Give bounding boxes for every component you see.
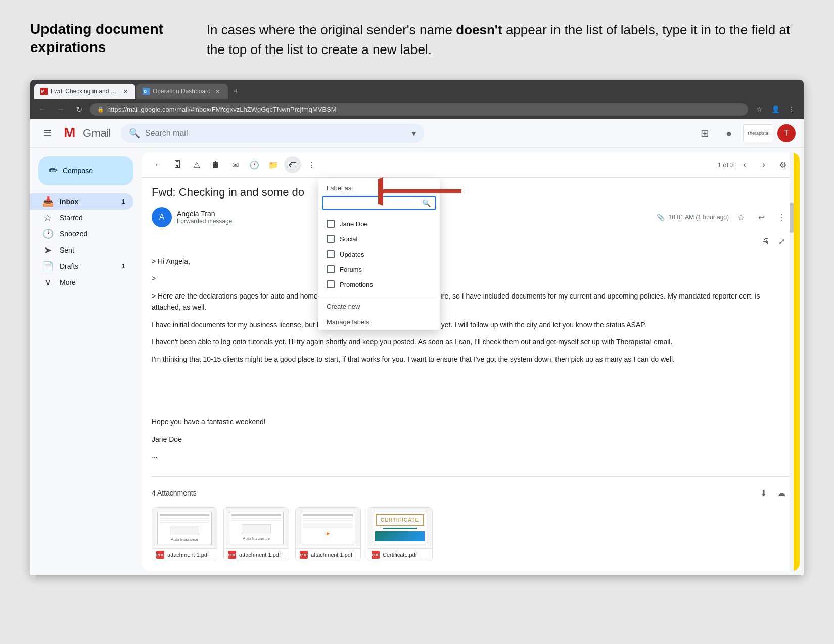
settings-btn[interactable]: ⚙ xyxy=(774,156,792,173)
menu-btn[interactable]: ⋮ xyxy=(784,102,799,116)
scrollbar-track[interactable] xyxy=(790,152,794,571)
attachment-item-2[interactable]: Auto Insurance PDF attachment 1.pdf xyxy=(223,507,289,561)
sidebar-item-snoozed[interactable]: 🕐 Snoozed xyxy=(30,226,133,242)
sidebar-item-more[interactable]: ∨ More xyxy=(30,274,133,290)
attachment-footer-3: PDF attachment 1.pdf xyxy=(296,548,360,561)
attachment-preview-2: Auto Insurance xyxy=(224,508,289,548)
email-time: 10:01 AM (1 hour ago) xyxy=(669,214,729,221)
email-meta: A Angela Tran Forwarded message 📎 10:01 … xyxy=(152,203,790,231)
move-to-btn[interactable]: 📁 xyxy=(265,156,282,173)
attachment-item-1[interactable]: Auto Insurance PDF attachment 1.pdf xyxy=(152,507,217,561)
sidebar-item-inbox[interactable]: 📥 Inbox 1 xyxy=(30,193,133,210)
browser-tab-active[interactable]: M Fwd: Checking in and some do ✕ xyxy=(34,84,135,99)
attachments-section: 4 Attachments ⬇ ☁ xyxy=(152,476,790,561)
body-line-4: I have initial documents for my business… xyxy=(152,319,790,330)
sidebar-item-drafts[interactable]: 📄 Drafts 1 xyxy=(30,258,133,274)
back-btn[interactable]: ← xyxy=(35,102,50,116)
label-checkbox-forums[interactable] xyxy=(327,265,335,273)
print-btn[interactable]: 🖨 xyxy=(757,233,773,250)
star-email-btn[interactable]: ☆ xyxy=(733,209,749,225)
hamburger-btn[interactable]: ☰ xyxy=(38,124,57,142)
attachments-actions: ⬇ ☁ xyxy=(755,485,790,501)
attachment-footer-4: PDF Certificate.pdf xyxy=(367,548,432,561)
open-new-btn[interactable]: ⤢ xyxy=(773,233,790,250)
drafts-badge: 1 xyxy=(122,263,125,270)
gmail-search[interactable]: 🔍 ▾ xyxy=(121,124,424,143)
compose-btn[interactable]: ✏ Compose xyxy=(38,156,133,185)
mark-unread-btn[interactable]: ✉ xyxy=(226,156,244,173)
snoozed-icon: 🕐 xyxy=(42,228,53,239)
sign-off: Hope you have a fantastic weekend! xyxy=(152,416,790,427)
email-toolbar: ← 🗄 ⚠ 🗑 ✉ 🕐 📁 🏷 ⋮ 1 of 3 ‹ › ⚙ xyxy=(142,152,800,178)
label-item-updates[interactable]: Updates xyxy=(318,246,440,262)
label-item-promotions[interactable]: Promotions xyxy=(318,277,440,292)
label-checkbox-promotions[interactable] xyxy=(327,280,335,288)
avatar[interactable]: T xyxy=(777,124,796,142)
instruction-area: Updating document expirations In cases w… xyxy=(0,0,834,75)
search-dropdown-icon[interactable]: ▾ xyxy=(412,129,416,138)
compose-label: Compose xyxy=(63,167,93,175)
sidebar-label-starred: Starred xyxy=(60,214,83,222)
email-body: > Hi Angela, > > Here are the declaratio… xyxy=(152,252,790,476)
inbox-icon: 📥 xyxy=(42,196,53,207)
next-email-btn[interactable]: › xyxy=(755,156,772,173)
pdf-icon-4: PDF xyxy=(372,551,380,559)
more-actions-btn[interactable]: ⋮ xyxy=(303,156,320,173)
prev-email-btn[interactable]: ‹ xyxy=(736,156,753,173)
reload-btn[interactable]: ↻ xyxy=(72,102,86,116)
new-tab-btn[interactable]: + xyxy=(229,84,243,98)
apps-btn[interactable]: ⊞ xyxy=(694,123,715,143)
tab-favicon-op: O xyxy=(143,88,150,95)
back-to-inbox-btn[interactable]: ← xyxy=(150,156,167,173)
reply-email-btn[interactable]: ↩ xyxy=(753,209,769,225)
tab-close-btn-2[interactable]: ✕ xyxy=(214,87,222,95)
tab-close-btn[interactable]: ✕ xyxy=(121,87,129,95)
sidebar-item-sent[interactable]: ➤ Sent xyxy=(30,242,133,258)
label-search-box[interactable]: 🔍 xyxy=(322,196,436,210)
sender-avatar: A xyxy=(152,207,172,227)
label-search-input[interactable] xyxy=(328,200,420,207)
label-search-icon: 🔍 xyxy=(422,199,431,207)
label-checkbox-jane-doe[interactable] xyxy=(327,220,335,228)
instruction-title: Updating document expirations xyxy=(30,20,187,60)
attachment-item-3[interactable]: ▶ PDF attachment 1.pdf xyxy=(295,507,361,561)
body-line-5: I haven't been able to log onto tutorial… xyxy=(152,336,790,348)
create-new-label-btn[interactable]: Create new xyxy=(318,299,440,314)
manage-labels-btn[interactable]: Manage labels xyxy=(318,314,440,330)
snooze-btn[interactable]: 🕐 xyxy=(246,156,263,173)
forward-btn[interactable]: → xyxy=(54,102,68,116)
browser-tab-inactive[interactable]: O Operation Dashboard ✕ xyxy=(136,84,228,99)
body-line-6: I'm thinking that 10-15 clients might be… xyxy=(152,354,790,365)
attachments-grid: Auto Insurance PDF attachment 1.pdf xyxy=(152,507,790,561)
label-item-forums[interactable]: Forums xyxy=(318,262,440,277)
tab-favicon-gmail: M xyxy=(40,88,48,95)
browser-actions: ☆ 👤 ⋮ xyxy=(752,102,799,116)
attachment-item-4[interactable]: CERTIFICATE PDF Certificate.pdf xyxy=(367,507,433,561)
download-all-btn[interactable]: ⬇ xyxy=(755,485,771,501)
save-all-btn[interactable]: ☁ xyxy=(773,485,790,501)
gmail-sidebar: ✏ Compose 📥 Inbox 1 ☆ Starred 🕐 Snoozed xyxy=(30,148,142,575)
label-checkbox-social[interactable] xyxy=(327,235,335,243)
sidebar-item-starred[interactable]: ☆ Starred xyxy=(30,210,133,226)
bold-word: doesn't xyxy=(456,22,502,37)
scrollbar-thumb[interactable] xyxy=(790,203,794,233)
more-email-btn[interactable]: ⋮ xyxy=(773,209,790,225)
account-btn[interactable]: ● xyxy=(719,123,739,143)
spam-btn[interactable]: ⚠ xyxy=(188,156,205,173)
label-item-jane-doe[interactable]: Jane Doe xyxy=(318,216,440,231)
label-checkbox-updates[interactable] xyxy=(327,250,335,258)
svg-text:M: M xyxy=(64,125,75,140)
delete-btn[interactable]: 🗑 xyxy=(207,156,224,173)
address-bar[interactable]: 🔒 https://mail.google.com/mail/#inbox/FM… xyxy=(90,103,748,116)
label-btn[interactable]: 🏷 xyxy=(284,156,301,173)
sidebar-label-snoozed: Snoozed xyxy=(60,230,87,238)
bookmark-btn[interactable]: ☆ xyxy=(752,102,766,116)
email-subject: Fwd: Checking in and some do xyxy=(152,178,790,203)
label-item-social[interactable]: Social xyxy=(318,231,440,246)
profile-btn[interactable]: 👤 xyxy=(768,102,782,116)
sidebar-label-inbox: Inbox xyxy=(60,197,78,206)
search-input[interactable] xyxy=(145,129,407,138)
archive-btn[interactable]: 🗄 xyxy=(169,156,186,173)
pagination-text: 1 of 3 xyxy=(717,161,734,169)
browser-tabs: M Fwd: Checking in and some do ✕ O Opera… xyxy=(30,80,804,99)
